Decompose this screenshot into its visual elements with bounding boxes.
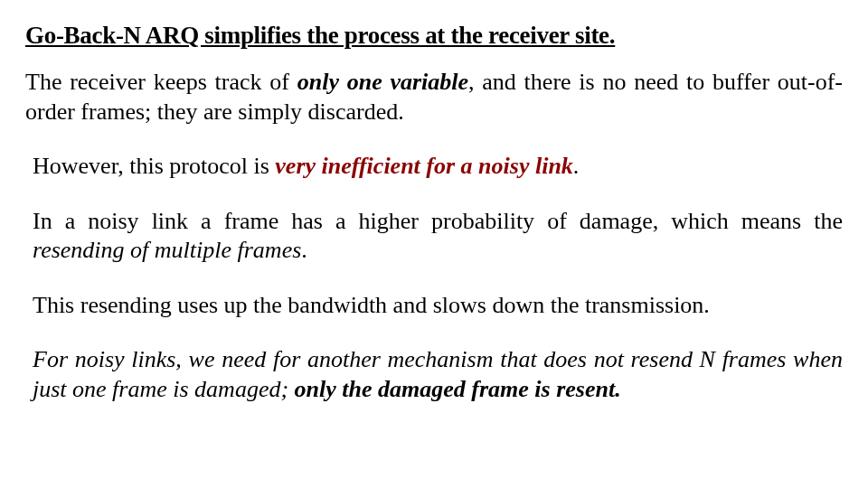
p1-pre: The receiver keeps track of (25, 69, 297, 95)
p3-em: resending of multiple frames (33, 237, 301, 263)
p2-em: very inefficient for a noisy link (275, 153, 573, 179)
paragraph-4: This resending uses up the bandwidth and… (25, 291, 843, 321)
p3-post: . (301, 237, 307, 263)
p3-pre: In a noisy link a frame has a higher pro… (33, 208, 843, 234)
p2-pre: However, this protocol is (33, 153, 275, 179)
slide-page: Go-Back-N ARQ simplifies the process at … (0, 0, 868, 488)
paragraph-5: For noisy links, we need for another mec… (25, 345, 843, 404)
p2-post: . (573, 153, 580, 179)
paragraph-3: In a noisy link a frame has a higher pro… (25, 207, 843, 266)
paragraph-1: The receiver keeps track of only one var… (25, 68, 843, 127)
paragraph-2: However, this protocol is very inefficie… (25, 152, 843, 182)
slide-title: Go-Back-N ARQ simplifies the process at … (25, 22, 843, 50)
p1-em: only one variable (297, 69, 468, 95)
p5-em: only the damaged frame is resent. (295, 376, 621, 402)
